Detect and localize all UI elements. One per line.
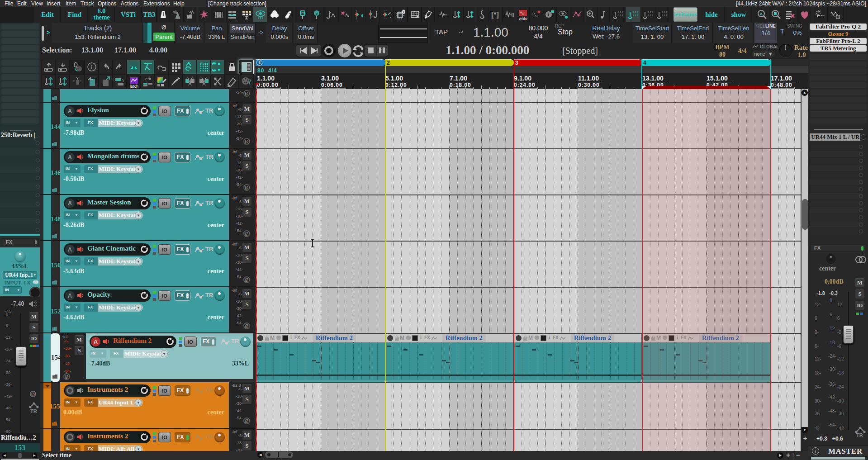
svg-text:[*]: [*] [491, 11, 499, 19]
svg-text:i: i [548, 12, 549, 17]
svg-text:A: A [760, 12, 763, 16]
svg-text:write: write [518, 16, 527, 21]
svg-text:m: m [301, 11, 305, 15]
svg-text:i: i [91, 64, 93, 71]
svg-text:v: v [316, 11, 318, 16]
svg-text:latch: latch [130, 84, 138, 88]
svg-text:i: i [403, 10, 404, 14]
